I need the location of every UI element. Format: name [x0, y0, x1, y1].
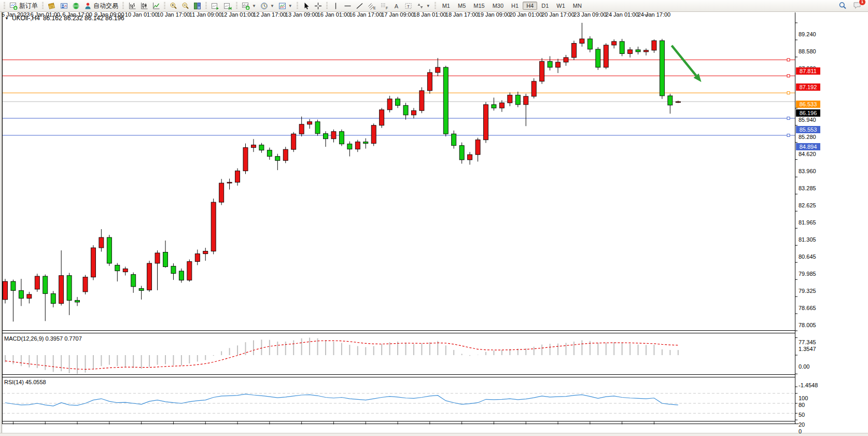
- line-chart-icon: [152, 2, 160, 10]
- templates-dropdown[interactable]: ▼: [277, 1, 294, 11]
- price-tick-label: 81.305: [799, 236, 816, 243]
- price-tick-label: 77.345: [799, 339, 816, 345]
- text-label-button[interactable]: T: [403, 1, 414, 11]
- candlestick-button[interactable]: [138, 1, 149, 11]
- main-toolbar: 新订单 自动交易 ▼: [0, 0, 868, 12]
- new-order-label: 新订单: [19, 2, 38, 10]
- chevron-down-icon: ▼: [270, 4, 274, 8]
- crosshair-icon: [314, 2, 322, 10]
- timeframe-mn-button[interactable]: MN: [569, 2, 585, 10]
- crosshair-button[interactable]: [313, 1, 324, 11]
- toolbar-grip[interactable]: [326, 2, 328, 9]
- chart-shift-button[interactable]: [222, 1, 233, 11]
- timeframe-h1-button[interactable]: H1: [508, 2, 522, 10]
- time-axis-label: 10 Jan 01:00: [125, 11, 158, 18]
- time-axis-label: 20 Jan 17:00: [541, 11, 575, 18]
- cursor-icon: [302, 2, 310, 10]
- ohlc-values: 86.162 86.232 86.142 86.196: [43, 15, 124, 22]
- toolbar-grip[interactable]: [205, 2, 207, 9]
- navigator-button[interactable]: [59, 1, 69, 11]
- toolbar-grip[interactable]: [4, 2, 5, 9]
- toolbar-grip[interactable]: [164, 2, 165, 9]
- market-watch-button[interactable]: [46, 1, 58, 11]
- time-axis-label: 12 Jan 01:00: [221, 11, 254, 18]
- window-bottom-edge: [0, 433, 868, 436]
- candlestick-chart-icon: [140, 2, 148, 10]
- level-price-label: 87.811: [796, 67, 820, 75]
- fibonacci-button[interactable]: F: [379, 1, 390, 11]
- svg-text:F: F: [386, 6, 388, 10]
- market-watch-icon: [48, 2, 56, 10]
- trendline-icon: [356, 2, 363, 10]
- equidistant-channel-icon: E: [368, 2, 376, 10]
- auto-trading-label: 自动交易: [93, 2, 118, 10]
- chart-canvas[interactable]: [0, 11, 868, 436]
- price-tick-label: 84.620: [799, 151, 816, 157]
- cursor-button[interactable]: [301, 1, 312, 11]
- chevron-down-icon: ▼: [426, 4, 430, 8]
- chart-shift-icon: [223, 2, 232, 10]
- time-axis-label: 13 Jan 09:00: [285, 11, 318, 18]
- time-axis-label: 11 Jan 09:00: [189, 11, 222, 18]
- zoom-in-button[interactable]: [168, 1, 179, 11]
- price-tick-label: 88.580: [799, 48, 816, 54]
- trendline-button[interactable]: [354, 1, 365, 11]
- symbol-dropdown-arrow[interactable]: ▼: [5, 16, 9, 21]
- periods-dropdown[interactable]: ▼: [259, 1, 276, 11]
- text-icon: A: [393, 2, 400, 10]
- toolbar-grip[interactable]: [236, 2, 237, 9]
- timeframe-d1-button[interactable]: D1: [538, 2, 552, 10]
- tile-windows-icon: [193, 2, 201, 10]
- line-chart-button[interactable]: [150, 1, 161, 11]
- new-order-button[interactable]: 新订单: [8, 1, 39, 11]
- rsi-tick-label: 20: [799, 421, 805, 428]
- rsi-tick-label: 0: [799, 428, 802, 434]
- price-tick-label: 82.625: [799, 202, 816, 208]
- auto-scroll-button[interactable]: [209, 1, 221, 11]
- bar-chart-button[interactable]: [127, 1, 137, 11]
- toolbar-grip[interactable]: [435, 2, 436, 9]
- new-chart-icon: [242, 2, 250, 10]
- toolbar-grip[interactable]: [42, 2, 44, 9]
- auto-trading-button[interactable]: 自动交易: [82, 1, 120, 11]
- time-axis-label: 16 Jan 01:00: [317, 11, 351, 18]
- equidistant-channel-button[interactable]: E: [366, 1, 377, 11]
- chat-button[interactable]: 1: [853, 1, 862, 11]
- vertical-line-button[interactable]: [330, 1, 341, 11]
- arrows-icon: [416, 2, 424, 10]
- fibonacci-icon: F: [380, 2, 388, 10]
- notification-badge: 1: [859, 0, 866, 6]
- new-chart-dropdown[interactable]: ▼: [240, 1, 258, 11]
- text-button[interactable]: A: [391, 1, 402, 11]
- timeframe-m15-button[interactable]: M15: [470, 2, 488, 10]
- text-label-icon: T: [404, 2, 412, 10]
- macd-tick-label: 1.3547: [799, 346, 816, 352]
- timeframe-m5-button[interactable]: M5: [454, 2, 469, 10]
- time-axis-label: 20 Jan 01:00: [509, 11, 542, 18]
- time-axis-label: 16 Jan 17:00: [349, 11, 382, 18]
- macd-tick-label: -1.4548: [799, 382, 818, 388]
- timeframe-h4-button[interactable]: H4: [523, 2, 537, 10]
- signals-button[interactable]: [71, 1, 81, 11]
- price-tick-label: 89.240: [799, 31, 816, 37]
- toolbar-grip[interactable]: [122, 2, 124, 9]
- symbol-period-label: UKOil-,H4: [12, 15, 40, 22]
- toolbar-grip[interactable]: [297, 2, 298, 9]
- auto-trading-icon: [84, 2, 92, 10]
- search-icon[interactable]: [838, 2, 847, 10]
- price-tick-label: 81.965: [799, 219, 816, 226]
- timeframe-w1-button[interactable]: W1: [553, 2, 569, 10]
- price-tick-label: 78.005: [799, 322, 816, 328]
- timeframe-m30-button[interactable]: M30: [489, 2, 507, 10]
- horizontal-line-button[interactable]: [342, 1, 353, 11]
- time-axis-label: 17 Jan 09:00: [381, 11, 414, 18]
- timeframe-m1-button[interactable]: M1: [439, 2, 454, 10]
- zoom-out-button[interactable]: [180, 1, 191, 11]
- time-axis-label: 24 Jan 01:00: [606, 11, 639, 18]
- vertical-line-icon: [332, 2, 340, 10]
- tile-windows-button[interactable]: [192, 1, 203, 11]
- arrows-dropdown[interactable]: ▼: [415, 1, 432, 11]
- time-axis-label: 23 Jan 09:00: [573, 11, 607, 18]
- price-tick-label: 79.985: [799, 271, 816, 277]
- mt4-terminal: { "toolbar": { "new_order": "新订单", "auto…: [0, 0, 868, 436]
